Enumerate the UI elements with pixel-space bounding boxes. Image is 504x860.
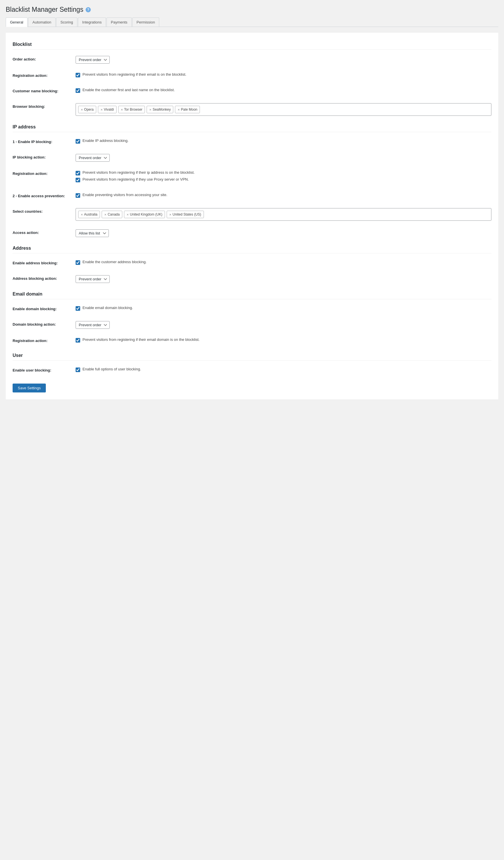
ip-registration-text1: Prevent visitors from registering if the…: [83, 170, 195, 175]
domain-registration-checkbox[interactable]: [76, 338, 80, 343]
remove-canada-icon[interactable]: ×: [104, 212, 106, 217]
registration-action-label: Registration action:: [13, 72, 76, 78]
enable-user-blocking-control: Enable full options of user blocking.: [76, 367, 491, 374]
customer-name-blocking-row: Customer name blocking: Enable the custo…: [13, 86, 491, 96]
tab-permission[interactable]: Permission: [132, 17, 159, 27]
remove-australia-icon[interactable]: ×: [81, 212, 83, 217]
select-countries-row: Select countries: ×Australia ×Canada ×Un…: [13, 206, 491, 223]
select-countries-label: Select countries:: [13, 208, 76, 214]
order-action-label: Order action:: [13, 56, 76, 61]
ip-blocking-action-row: IP blocking action: Prevent order Cancel…: [13, 152, 491, 163]
country-tag-australia[interactable]: ×Australia: [78, 211, 100, 218]
enable-user-blocking-checkbox[interactable]: [76, 368, 80, 372]
browser-tag-seamonkey[interactable]: ×SeaMonkey: [147, 106, 173, 113]
enable-domain-blocking-control: Enable email domain blocking.: [76, 305, 491, 313]
registration-action-text: Prevent visitors from registering if the…: [83, 72, 187, 76]
order-action-control: Prevent order Cancel order Flag order: [76, 56, 491, 63]
browser-blocking-label: Browser blocking:: [13, 103, 76, 109]
enable-ip-blocking-checkbox-label[interactable]: Enable IP address blocking.: [76, 139, 491, 144]
remove-us-icon[interactable]: ×: [169, 212, 172, 217]
enable-address-blocking-control: Enable the customer address blocking.: [76, 260, 491, 267]
help-icon[interactable]: ?: [86, 7, 91, 12]
email-domain-section-title: Email domain: [13, 291, 491, 299]
enable-ip-blocking-control: Enable IP address blocking.: [76, 139, 491, 145]
enable-address-blocking-checkbox-label[interactable]: Enable the customer address blocking.: [76, 260, 491, 265]
order-action-select[interactable]: Prevent order Cancel order Flag order: [76, 56, 110, 63]
tab-automation[interactable]: Automation: [28, 17, 56, 27]
remove-palemoon-icon[interactable]: ×: [178, 108, 180, 112]
tab-payments[interactable]: Payments: [106, 17, 132, 27]
customer-name-blocking-checkbox-label[interactable]: Enable the customer first and last name …: [76, 88, 491, 93]
blocklist-section-title: Blocklist: [13, 42, 491, 49]
access-action-row: Access action: Allow this list Block thi…: [13, 228, 491, 239]
country-tag-uk[interactable]: ×United Kingdom (UK): [124, 211, 165, 218]
domain-registration-checkbox-label[interactable]: Prevent visitors from registering if the…: [76, 338, 491, 343]
enable-ip-blocking-row: 1 - Enable IP blocking: Enable IP addres…: [13, 137, 491, 147]
remove-seamonkey-icon[interactable]: ×: [149, 108, 151, 112]
enable-access-prevention-text: Enable preventing visitors from accessin…: [83, 192, 167, 197]
access-action-select[interactable]: Allow this list Block this list: [76, 229, 109, 237]
countries-tags[interactable]: ×Australia ×Canada ×United Kingdom (UK) …: [76, 208, 491, 221]
browser-blocking-row: Browser blocking: ×Opera ×Vivaldi ×Tor B…: [13, 101, 491, 117]
enable-access-prevention-checkbox-label[interactable]: Enable preventing visitors from accessin…: [76, 192, 491, 198]
remove-tor-icon[interactable]: ×: [121, 108, 123, 112]
remove-uk-icon[interactable]: ×: [127, 212, 129, 217]
country-tag-us[interactable]: ×United States (US): [167, 211, 204, 218]
remove-opera-icon[interactable]: ×: [81, 108, 83, 112]
enable-domain-blocking-checkbox[interactable]: [76, 306, 80, 311]
ip-address-section-title: IP address: [13, 125, 491, 132]
customer-name-blocking-checkbox[interactable]: [76, 88, 80, 93]
access-action-control: Allow this list Block this list: [76, 229, 491, 237]
tab-scoring[interactable]: Scoring: [56, 17, 77, 27]
enable-user-blocking-row: Enable user blocking: Enable full option…: [13, 365, 491, 375]
enable-address-blocking-text: Enable the customer address blocking.: [83, 260, 147, 264]
registration-action-checkbox[interactable]: [76, 73, 80, 77]
save-button-container: Save Settings: [13, 381, 491, 392]
browser-tag-opera[interactable]: ×Opera: [78, 106, 96, 113]
domain-blocking-action-select[interactable]: Prevent order Cancel order Flag order: [76, 321, 110, 329]
enable-user-blocking-checkbox-label[interactable]: Enable full options of user blocking.: [76, 367, 491, 372]
domain-registration-action-row: Registration action: Prevent visitors fr…: [13, 336, 491, 346]
browser-tag-tor[interactable]: ×Tor Browser: [118, 106, 145, 113]
ip-registration-checkbox2-label[interactable]: Prevent visitors from registering if the…: [76, 177, 491, 182]
ip-registration-text2: Prevent visitors from registering if the…: [83, 177, 189, 182]
enable-ip-blocking-checkbox[interactable]: [76, 139, 80, 144]
browser-blocking-tags[interactable]: ×Opera ×Vivaldi ×Tor Browser ×SeaMonkey …: [76, 103, 491, 116]
enable-access-prevention-checkbox[interactable]: [76, 193, 80, 198]
tab-integrations[interactable]: Integrations: [78, 17, 106, 27]
enable-access-prevention-control: Enable preventing visitors from accessin…: [76, 192, 491, 200]
domain-blocking-action-label: Domain blocking action:: [13, 321, 76, 327]
access-action-label: Access action:: [13, 229, 76, 235]
domain-blocking-action-control: Prevent order Cancel order Flag order: [76, 321, 491, 329]
enable-domain-blocking-checkbox-label[interactable]: Enable email domain blocking.: [76, 305, 491, 311]
enable-address-blocking-checkbox[interactable]: [76, 260, 80, 265]
ip-registration-checkbox2[interactable]: [76, 178, 80, 182]
user-section-title: User: [13, 353, 491, 361]
enable-ip-blocking-label: 1 - Enable IP blocking:: [13, 139, 76, 144]
address-blocking-action-label: Address blocking action:: [13, 275, 76, 281]
tabs-nav: General Automation Scoring Integrations …: [6, 17, 498, 27]
ip-registration-action-row: Registration action: Prevent visitors fr…: [13, 169, 491, 186]
ip-registration-checkbox1-label[interactable]: Prevent visitors from registering if the…: [76, 170, 491, 175]
tab-general[interactable]: General: [6, 17, 28, 27]
ip-blocking-action-control: Prevent order Cancel order Flag order: [76, 154, 491, 162]
country-tag-canada[interactable]: ×Canada: [102, 211, 122, 218]
registration-action-checkbox-label[interactable]: Prevent visitors from registering if the…: [76, 72, 491, 77]
address-blocking-action-control: Prevent order Cancel order Flag order: [76, 275, 491, 283]
ip-registration-checkbox1[interactable]: [76, 171, 80, 175]
order-action-row: Order action: Prevent order Cancel order…: [13, 54, 491, 66]
registration-action-row: Registration action: Prevent visitors fr…: [13, 71, 491, 81]
save-settings-button[interactable]: Save Settings: [13, 384, 46, 392]
domain-registration-action-control: Prevent visitors from registering if the…: [76, 338, 491, 344]
address-blocking-action-select[interactable]: Prevent order Cancel order Flag order: [76, 275, 110, 283]
enable-access-prevention-label: 2 - Enable access prevention:: [13, 192, 76, 198]
ip-blocking-action-select[interactable]: Prevent order Cancel order Flag order: [76, 154, 110, 162]
domain-registration-action-label: Registration action:: [13, 338, 76, 343]
ip-blocking-action-label: IP blocking action:: [13, 154, 76, 159]
address-section-title: Address: [13, 246, 491, 254]
enable-domain-blocking-text: Enable email domain blocking.: [83, 305, 133, 310]
browser-tag-palemoon[interactable]: ×Pale Moon: [175, 106, 200, 113]
browser-tag-vivaldi[interactable]: ×Vivaldi: [98, 106, 117, 113]
remove-vivaldi-icon[interactable]: ×: [101, 108, 103, 112]
registration-action-control: Prevent visitors from registering if the…: [76, 72, 491, 79]
